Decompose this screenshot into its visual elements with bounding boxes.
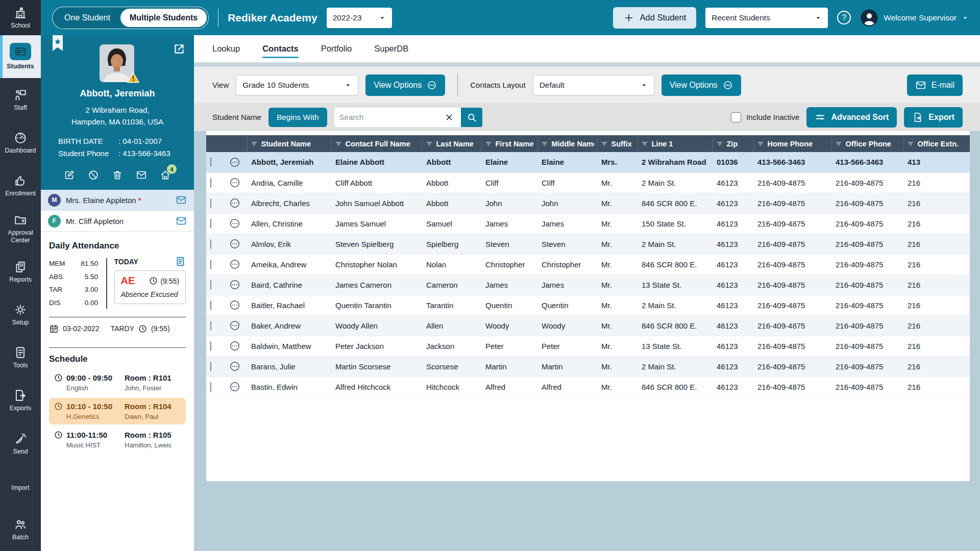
schedule-item[interactable]: 11:00-11:50Room : R105Music HISTHamilton… — [49, 427, 186, 453]
row-checkbox[interactable] — [210, 178, 211, 188]
row-more-icon[interactable] — [229, 320, 243, 331]
row-more-icon[interactable] — [229, 238, 243, 249]
table-row[interactable]: Ameika, AndrewChristopher NolanNolanChri… — [206, 254, 970, 274]
table-row[interactable]: Bastin, EdwinAlfred HitchcockHitchcockAl… — [206, 377, 970, 397]
include-inactive-checkbox[interactable] — [731, 112, 741, 122]
user-menu[interactable]: Welcome Supervisor — [860, 9, 969, 27]
today-attendance-card[interactable]: AE (9:55) Absence Excused — [114, 270, 186, 304]
column-header[interactable]: First Name — [481, 135, 537, 152]
block-icon[interactable] — [88, 169, 99, 181]
schedule-item[interactable]: 10:10 - 10:50Room : R104H.GeneticsDawn, … — [49, 398, 186, 424]
layout-view-options-button[interactable]: View Options — [662, 74, 741, 96]
filter-icon[interactable] — [757, 140, 764, 147]
column-header[interactable]: Contact Full Name — [331, 135, 422, 152]
contacts-layout-select[interactable]: Default — [533, 75, 654, 95]
row-more-icon[interactable] — [229, 157, 243, 168]
row-checkbox[interactable] — [210, 239, 211, 249]
email-button[interactable]: E-mail — [907, 74, 963, 96]
advanced-sort-button[interactable]: Advanced Sort — [806, 107, 897, 128]
table-row[interactable]: Abbott, JeremiahElaine AbbottAbbottElain… — [206, 152, 970, 172]
filter-icon[interactable] — [541, 140, 548, 147]
sidebar-item-send[interactable]: Send — [0, 422, 41, 465]
column-header[interactable]: Student Name — [247, 135, 331, 152]
warning-icon[interactable] — [127, 72, 139, 83]
column-header[interactable]: Middle Name — [537, 135, 597, 152]
sidebar-item-setup[interactable]: Setup — [0, 293, 41, 336]
household-icon[interactable]: 4 — [160, 169, 171, 181]
sidebar-item-exports[interactable]: Exports — [0, 379, 41, 422]
table-row[interactable]: Almlov, ErikSteven SpielbergSpielbergSte… — [206, 234, 970, 254]
table-row[interactable]: Andria, CamilleCliff AbbottAbbottCliffCl… — [206, 172, 970, 193]
edit-icon[interactable] — [64, 169, 75, 181]
sidebar-item-tools[interactable]: Tools — [0, 336, 41, 379]
recent-students-select[interactable]: Recent Students — [705, 8, 828, 28]
filter-icon[interactable] — [335, 140, 342, 147]
sidebar-item-reports[interactable]: Reports — [0, 250, 41, 293]
row-more-icon[interactable] — [229, 197, 243, 209]
column-header[interactable]: Line 1 — [638, 135, 713, 152]
column-header[interactable]: Suffix — [597, 135, 638, 152]
help-icon[interactable]: ? — [837, 11, 851, 24]
filter-icon[interactable] — [426, 140, 433, 147]
table-row[interactable]: Baitler, RachaelQuentin TarantinTarantin… — [206, 295, 970, 315]
filter-icon[interactable] — [716, 140, 723, 147]
contact-row[interactable]: MMrs. Elaine Appleton * — [41, 190, 194, 211]
contact-email-icon[interactable] — [176, 194, 187, 206]
filter-icon[interactable] — [251, 140, 258, 147]
row-checkbox[interactable] — [210, 300, 211, 310]
tab-superdb[interactable]: SuperDB — [374, 35, 408, 62]
add-student-button[interactable]: Add Student — [613, 7, 696, 29]
table-row[interactable]: Albrecht, CharlesJohn Samuel AbbottAbbot… — [206, 193, 970, 213]
row-checkbox[interactable] — [210, 198, 211, 208]
filter-icon[interactable] — [835, 140, 842, 147]
attendance-note-icon[interactable] — [175, 256, 186, 267]
row-checkbox[interactable] — [210, 362, 211, 371]
view-options-button[interactable]: View Options — [365, 74, 445, 96]
sidebar-item-import[interactable]: Import — [0, 465, 41, 508]
row-more-icon[interactable] — [229, 177, 243, 188]
row-checkbox[interactable] — [210, 219, 211, 229]
tab-contacts[interactable]: Contacts — [262, 35, 299, 62]
row-more-icon[interactable] — [229, 259, 243, 270]
begins-with-button[interactable]: Begins With — [268, 108, 327, 127]
view-select[interactable]: Grade 10 Students — [236, 75, 358, 95]
toggle-one-student[interactable]: One Student — [54, 13, 120, 22]
contact-row[interactable]: FMr. Cliff Appleton — [41, 211, 194, 232]
sidebar-item-approval[interactable]: Approval Center — [0, 207, 41, 250]
sidebar-item-staff[interactable]: Staff — [0, 78, 41, 121]
row-checkbox[interactable] — [210, 321, 211, 331]
contact-email-icon[interactable] — [176, 215, 187, 227]
column-header[interactable]: Zip — [713, 135, 753, 152]
row-more-icon[interactable] — [229, 361, 243, 372]
export-button[interactable]: Export — [904, 107, 963, 128]
column-header[interactable]: Office Extn. — [903, 135, 970, 152]
column-header[interactable]: Home Phone — [753, 135, 831, 152]
sidebar-item-dashboard[interactable]: Dashboard — [0, 121, 41, 164]
tab-lookup[interactable]: Lookup — [212, 35, 240, 62]
attendance-history-row[interactable]: 03-02-2022 TARDY (9:55) — [49, 317, 186, 340]
table-row[interactable]: Allen, ChristineJames SamuelSamuelJamesJ… — [206, 213, 970, 234]
row-checkbox[interactable] — [210, 280, 211, 290]
delete-icon[interactable] — [112, 169, 123, 181]
row-checkbox[interactable] — [210, 260, 211, 269]
tab-portfolio[interactable]: Portfolio — [321, 35, 352, 62]
row-checkbox[interactable] — [210, 157, 211, 167]
filter-icon[interactable] — [907, 140, 914, 147]
row-more-icon[interactable] — [229, 381, 243, 392]
row-more-icon[interactable] — [229, 218, 243, 229]
schedule-item[interactable]: 09:00 - 09:50Room : R101EnglishJohn, Fos… — [49, 369, 186, 396]
sidebar-item-school[interactable]: School — [0, 0, 41, 35]
sidebar-item-students[interactable]: Students — [0, 35, 41, 78]
search-button[interactable] — [461, 108, 482, 127]
column-header[interactable]: Office Phone — [831, 135, 903, 152]
search-input[interactable] — [339, 113, 443, 121]
row-checkbox[interactable] — [210, 341, 211, 351]
sidebar-item-batch[interactable]: Batch — [0, 508, 41, 551]
table-row[interactable]: Baker, AndrewWoody AllenAllenWoodyWoodyM… — [206, 315, 970, 336]
table-row[interactable]: Baldwin, MatthewPeter JacksonJacksonPete… — [206, 336, 970, 356]
column-header[interactable]: Last Name — [422, 135, 481, 152]
row-more-icon[interactable] — [229, 299, 243, 311]
filter-icon[interactable] — [641, 140, 648, 147]
sidebar-item-enrollment[interactable]: Enrollment — [0, 164, 41, 207]
clear-search-icon[interactable] — [443, 113, 456, 122]
